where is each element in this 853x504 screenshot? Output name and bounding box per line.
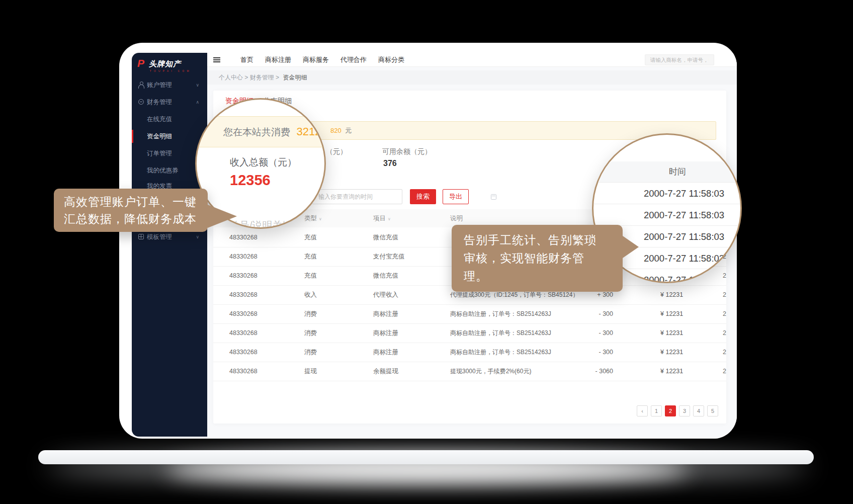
export-button[interactable]: 导出 [443, 189, 469, 204]
cell-type: 充值 [304, 267, 317, 285]
cell-desc: 提现3000元，手续费2%(60元) [450, 362, 531, 381]
table-row: 48330268 消费 商标注册 商标自助注册，订单号：SB2514263J -… [213, 305, 726, 324]
magnified-banner: 您在本站共消费 32124 大 [195, 116, 326, 147]
magnified-time-value: 2000-7-27 11:58:03 [644, 183, 724, 204]
cell-desc: 商标自助注册，订单号：SB2514263J [450, 324, 551, 343]
cell-type: 提现 [304, 362, 317, 381]
cell-type: 消费 [304, 324, 317, 343]
template-icon [138, 234, 144, 239]
cell-project: 商标注册 [373, 305, 398, 323]
cell-balance: ¥ 12231 [660, 324, 683, 343]
sidebar-item-fund-detail[interactable]: 资金明细 [132, 130, 207, 143]
cell-order: 48330268 [229, 228, 258, 247]
search-button[interactable]: 搜索 [410, 189, 436, 204]
pagination-prev[interactable]: ‹ [637, 405, 648, 416]
cell-project: 微信充值 [373, 267, 398, 285]
menu-icon[interactable] [213, 57, 220, 58]
magnified-time-header-label: 时间 [669, 161, 686, 183]
nav-item-agent[interactable]: 代理合作 [340, 53, 367, 67]
cell-type: 收入 [304, 286, 317, 304]
trademark-search-input[interactable] [645, 54, 714, 65]
callout-left: 高效管理账户订单、一键 汇总数据，降低财务成本 [54, 189, 208, 232]
sidebar: P 头牌知产 T O U P A I . C O M 账户管理 ∨ 财务管理 ∧… [132, 53, 207, 437]
callout-right: 告别手工统计、告别繁琐 审核，实现智能财务管 理。 [452, 225, 623, 292]
sidebar-item-label: 订单管理 [147, 147, 172, 160]
cell-project: 代理收入 [373, 286, 398, 304]
person-icon [138, 81, 144, 88]
breadcrumb-trail: 个人中心 > 财务管理 > [219, 74, 279, 81]
available-balance-label: 可用余额（元） [382, 147, 432, 156]
table-row: 48330268 提现 余额提现 提现3000元，手续费2%(60元) - 30… [213, 362, 726, 381]
column-header-type-label: 类型 [304, 215, 317, 222]
cell-order: 48330268 [229, 324, 258, 343]
callout-left-line1: 高效管理账户订单、一键 [64, 193, 198, 210]
table-row: 48330268 消费 商标注册 商标自助注册，订单号：SB2514263J -… [213, 324, 726, 343]
table-row: 48330268 消费 商标注册 商标自助注册，订单号：SB2514263J -… [213, 343, 726, 362]
cell-time: 2000-7-27 11:58:03 [723, 324, 726, 343]
sidebar-item-recharge[interactable]: 在线充值 [132, 113, 207, 126]
calendar-icon[interactable] [491, 194, 496, 200]
cell-type: 消费 [304, 343, 317, 362]
chevron-up-icon: ∧ [196, 96, 199, 109]
pagination-page-5[interactable]: 5 [707, 405, 718, 416]
pagination-page-1[interactable]: 1 [651, 405, 662, 416]
magnified-time-header: 时间 [593, 161, 742, 183]
magnified-time-value: 2000-7-27 11:58:03 [644, 226, 724, 247]
cell-time: 2000-7-27 11:58:03 [723, 343, 726, 362]
pagination: ‹ 1 2 3 4 5 [637, 405, 718, 416]
magnified-time-row: 2000-7-27 11:58:03 [593, 204, 742, 226]
cell-time: 2000-7-27 11:58:03 [723, 286, 726, 304]
banner-tail-unit: 元 [345, 127, 352, 134]
active-indicator [132, 130, 133, 143]
cell-project: 微信充值 [373, 228, 398, 247]
cell-amount: - 300 [578, 324, 613, 343]
chevron-down-icon: ∨ [196, 78, 199, 92]
pagination-page-4[interactable]: 4 [693, 405, 704, 416]
sort-caret-icon: ∨ [388, 217, 391, 221]
cell-amount: - 300 [578, 343, 613, 362]
sidebar-item-account[interactable]: 账户管理 ∨ [132, 78, 207, 92]
cell-type: 充值 [304, 228, 317, 247]
cell-time: 2000-7-27 11:58:03 [723, 267, 726, 285]
expend-total-label: （元） [326, 147, 347, 156]
column-header-project[interactable]: 项目∨ [373, 209, 391, 228]
cell-project: 余额提现 [373, 362, 398, 381]
nav-item-service[interactable]: 商标服务 [303, 53, 329, 67]
magnified-time-value: 2000-7-27 11:58:03 [644, 204, 724, 226]
brand-logo-icon: P [137, 57, 144, 69]
sidebar-item-label: 模板管理 [147, 230, 172, 243]
cell-time: 2000-7-27 11:58:03 [723, 305, 726, 323]
cell-project: 商标注册 [373, 343, 398, 362]
nav-item-home[interactable]: 首页 [240, 53, 253, 67]
callout-right-line1: 告别手工统计、告别繁琐 [464, 231, 611, 249]
sidebar-item-template[interactable]: 模板管理 ∨ [132, 230, 207, 243]
cell-amount: - 3060 [578, 362, 613, 381]
magnified-banner-prefix: 您在本站共消费 [223, 127, 290, 137]
brand-tagline: T O U P A I . C O M [150, 70, 190, 72]
nav-item-category[interactable]: 商标分类 [378, 53, 404, 67]
breadcrumb-current: 资金明细 [283, 74, 307, 81]
column-header-type[interactable]: 类型∨ [304, 209, 322, 228]
sidebar-item-label: 资金明细 [147, 130, 172, 143]
pagination-page-2-active[interactable]: 2 [665, 405, 676, 416]
breadcrumb: 个人中心 > 财务管理 > 资金明细 [207, 70, 737, 85]
sort-caret-icon: ∨ [319, 217, 322, 221]
cell-order: 48330268 [229, 305, 258, 323]
brand-name: 头牌知产 [149, 59, 181, 69]
sidebar-item-finance[interactable]: 财务管理 ∧ [132, 96, 207, 109]
callout-left-line2: 汇总数据，降低财务成本 [64, 210, 198, 227]
available-balance-value: 376 [383, 159, 397, 168]
pagination-page-3[interactable]: 3 [679, 405, 690, 416]
nav-item-register[interactable]: 商标注册 [265, 53, 291, 67]
cell-balance: ¥ 12231 [660, 343, 683, 362]
banner-tail: 820 元 [330, 122, 352, 139]
magnified-income-value: 12356 [230, 172, 271, 189]
cell-type: 消费 [304, 305, 317, 323]
cell-balance: ¥ 12231 [660, 305, 683, 323]
date-query-input[interactable] [312, 189, 402, 204]
column-header-project-label: 项目 [373, 215, 386, 222]
cell-desc: 商标自助注册，订单号：SB2514263J [450, 305, 551, 323]
chevron-down-icon: ∨ [196, 230, 199, 243]
callout-right-line3: 理。 [464, 267, 611, 285]
banner-tail-amount: 820 [330, 127, 342, 134]
